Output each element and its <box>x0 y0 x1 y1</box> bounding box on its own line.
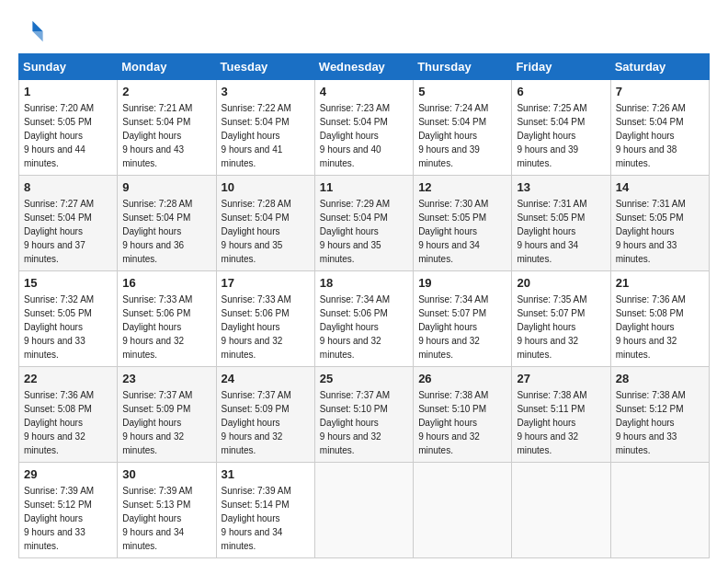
day-number: 2 <box>122 85 210 98</box>
day-info: Sunrise: 7:26 AM Sunset: 5:04 PM Dayligh… <box>616 101 704 170</box>
calendar-cell: 31 Sunrise: 7:39 AM Sunset: 5:14 PM Dayl… <box>216 463 314 558</box>
day-number: 19 <box>418 276 506 290</box>
day-number: 11 <box>320 180 408 194</box>
day-number: 27 <box>517 372 605 385</box>
calendar-week-row: 1 Sunrise: 7:20 AM Sunset: 5:05 PM Dayli… <box>19 80 710 176</box>
day-info: Sunrise: 7:33 AM Sunset: 5:06 PM Dayligh… <box>122 293 210 362</box>
day-info: Sunrise: 7:29 AM Sunset: 5:04 PM Dayligh… <box>320 197 408 266</box>
day-number: 18 <box>320 276 408 290</box>
day-number: 1 <box>24 85 112 98</box>
calendar-cell: 26 Sunrise: 7:38 AM Sunset: 5:10 PM Dayl… <box>414 367 512 463</box>
calendar-cell: 20 Sunrise: 7:35 AM Sunset: 5:07 PM Dayl… <box>512 271 610 367</box>
svg-marker-1 <box>32 31 42 41</box>
calendar-week-row: 29 Sunrise: 7:39 AM Sunset: 5:12 PM Dayl… <box>19 463 710 558</box>
day-number: 23 <box>122 372 210 385</box>
day-info: Sunrise: 7:37 AM Sunset: 5:09 PM Dayligh… <box>222 388 310 457</box>
calendar-cell: 23 Sunrise: 7:37 AM Sunset: 5:09 PM Dayl… <box>118 367 216 463</box>
day-number: 3 <box>222 85 310 98</box>
calendar-cell: 9 Sunrise: 7:28 AM Sunset: 5:04 PM Dayli… <box>118 176 216 271</box>
day-number: 16 <box>122 276 210 290</box>
calendar-cell: 19 Sunrise: 7:34 AM Sunset: 5:07 PM Dayl… <box>414 271 512 367</box>
day-number: 31 <box>222 467 310 481</box>
day-info: Sunrise: 7:37 AM Sunset: 5:10 PM Dayligh… <box>320 388 408 457</box>
calendar-cell: 28 Sunrise: 7:38 AM Sunset: 5:12 PM Dayl… <box>610 367 709 463</box>
calendar-cell: 8 Sunrise: 7:27 AM Sunset: 5:04 PM Dayli… <box>19 176 118 271</box>
day-info: Sunrise: 7:21 AM Sunset: 5:04 PM Dayligh… <box>122 101 210 170</box>
day-number: 15 <box>24 276 112 290</box>
calendar-header-row: SundayMondayTuesdayWednesdayThursdayFrid… <box>19 54 710 80</box>
day-info: Sunrise: 7:38 AM Sunset: 5:12 PM Dayligh… <box>616 388 704 457</box>
calendar-cell: 11 Sunrise: 7:29 AM Sunset: 5:04 PM Dayl… <box>314 176 413 271</box>
day-info: Sunrise: 7:30 AM Sunset: 5:05 PM Dayligh… <box>418 197 506 266</box>
calendar-cell: 25 Sunrise: 7:37 AM Sunset: 5:10 PM Dayl… <box>314 367 413 463</box>
calendar-cell: 10 Sunrise: 7:28 AM Sunset: 5:04 PM Dayl… <box>216 176 314 271</box>
calendar-cell: 15 Sunrise: 7:32 AM Sunset: 5:05 PM Dayl… <box>19 271 118 367</box>
weekday-header: Thursday <box>414 54 512 80</box>
calendar-week-row: 15 Sunrise: 7:32 AM Sunset: 5:05 PM Dayl… <box>19 271 710 367</box>
calendar-cell: 29 Sunrise: 7:39 AM Sunset: 5:12 PM Dayl… <box>19 463 118 558</box>
calendar-cell: 24 Sunrise: 7:37 AM Sunset: 5:09 PM Dayl… <box>216 367 314 463</box>
weekday-header: Friday <box>512 54 610 80</box>
day-info: Sunrise: 7:33 AM Sunset: 5:06 PM Dayligh… <box>222 293 310 362</box>
day-info: Sunrise: 7:28 AM Sunset: 5:04 PM Dayligh… <box>122 197 210 266</box>
day-number: 12 <box>418 180 506 194</box>
calendar-cell: 12 Sunrise: 7:30 AM Sunset: 5:05 PM Dayl… <box>414 176 512 271</box>
calendar-cell: 27 Sunrise: 7:38 AM Sunset: 5:11 PM Dayl… <box>512 367 610 463</box>
calendar-cell: 5 Sunrise: 7:24 AM Sunset: 5:04 PM Dayli… <box>414 80 512 176</box>
calendar-cell: 22 Sunrise: 7:36 AM Sunset: 5:08 PM Dayl… <box>19 367 118 463</box>
weekday-header: Wednesday <box>314 54 413 80</box>
day-number: 30 <box>122 467 210 481</box>
day-info: Sunrise: 7:39 AM Sunset: 5:13 PM Dayligh… <box>122 484 210 553</box>
day-info: Sunrise: 7:32 AM Sunset: 5:05 PM Dayligh… <box>24 293 112 362</box>
day-number: 5 <box>418 85 506 98</box>
logo-icon <box>18 18 44 44</box>
logo <box>18 18 48 44</box>
day-info: Sunrise: 7:34 AM Sunset: 5:07 PM Dayligh… <box>418 293 506 362</box>
calendar-cell: 3 Sunrise: 7:22 AM Sunset: 5:04 PM Dayli… <box>216 80 314 176</box>
day-number: 28 <box>616 372 704 385</box>
day-info: Sunrise: 7:39 AM Sunset: 5:12 PM Dayligh… <box>24 484 112 553</box>
day-info: Sunrise: 7:36 AM Sunset: 5:08 PM Dayligh… <box>24 388 112 457</box>
calendar-cell <box>314 463 413 558</box>
day-number: 22 <box>24 372 112 385</box>
calendar-cell <box>414 463 512 558</box>
calendar-cell: 21 Sunrise: 7:36 AM Sunset: 5:08 PM Dayl… <box>610 271 709 367</box>
day-info: Sunrise: 7:24 AM Sunset: 5:04 PM Dayligh… <box>418 101 506 170</box>
calendar-table: SundayMondayTuesdayWednesdayThursdayFrid… <box>18 53 710 558</box>
calendar-cell <box>512 463 610 558</box>
day-info: Sunrise: 7:36 AM Sunset: 5:08 PM Dayligh… <box>616 293 704 362</box>
day-info: Sunrise: 7:28 AM Sunset: 5:04 PM Dayligh… <box>222 197 310 266</box>
calendar-cell <box>610 463 709 558</box>
day-number: 25 <box>320 372 408 385</box>
svg-marker-0 <box>32 21 42 31</box>
day-info: Sunrise: 7:38 AM Sunset: 5:10 PM Dayligh… <box>418 388 506 457</box>
weekday-header: Saturday <box>610 54 709 80</box>
day-number: 21 <box>616 276 704 290</box>
day-info: Sunrise: 7:37 AM Sunset: 5:09 PM Dayligh… <box>122 388 210 457</box>
day-info: Sunrise: 7:35 AM Sunset: 5:07 PM Dayligh… <box>517 293 605 362</box>
day-number: 29 <box>24 467 112 481</box>
page-header <box>18 18 710 44</box>
day-info: Sunrise: 7:23 AM Sunset: 5:04 PM Dayligh… <box>320 101 408 170</box>
day-info: Sunrise: 7:31 AM Sunset: 5:05 PM Dayligh… <box>517 197 605 266</box>
calendar-cell: 2 Sunrise: 7:21 AM Sunset: 5:04 PM Dayli… <box>118 80 216 176</box>
calendar-week-row: 8 Sunrise: 7:27 AM Sunset: 5:04 PM Dayli… <box>19 176 710 271</box>
day-number: 10 <box>222 180 310 194</box>
calendar-cell: 7 Sunrise: 7:26 AM Sunset: 5:04 PM Dayli… <box>610 80 709 176</box>
calendar-cell: 16 Sunrise: 7:33 AM Sunset: 5:06 PM Dayl… <box>118 271 216 367</box>
day-number: 24 <box>222 372 310 385</box>
day-number: 6 <box>517 85 605 98</box>
calendar-cell: 14 Sunrise: 7:31 AM Sunset: 5:05 PM Dayl… <box>610 176 709 271</box>
weekday-header: Tuesday <box>216 54 314 80</box>
day-info: Sunrise: 7:38 AM Sunset: 5:11 PM Dayligh… <box>517 388 605 457</box>
day-number: 13 <box>517 180 605 194</box>
day-info: Sunrise: 7:39 AM Sunset: 5:14 PM Dayligh… <box>222 484 310 553</box>
day-info: Sunrise: 7:34 AM Sunset: 5:06 PM Dayligh… <box>320 293 408 362</box>
calendar-cell: 6 Sunrise: 7:25 AM Sunset: 5:04 PM Dayli… <box>512 80 610 176</box>
day-number: 9 <box>122 180 210 194</box>
weekday-header: Monday <box>118 54 216 80</box>
day-number: 4 <box>320 85 408 98</box>
calendar-cell: 18 Sunrise: 7:34 AM Sunset: 5:06 PM Dayl… <box>314 271 413 367</box>
day-info: Sunrise: 7:31 AM Sunset: 5:05 PM Dayligh… <box>616 197 704 266</box>
day-number: 26 <box>418 372 506 385</box>
